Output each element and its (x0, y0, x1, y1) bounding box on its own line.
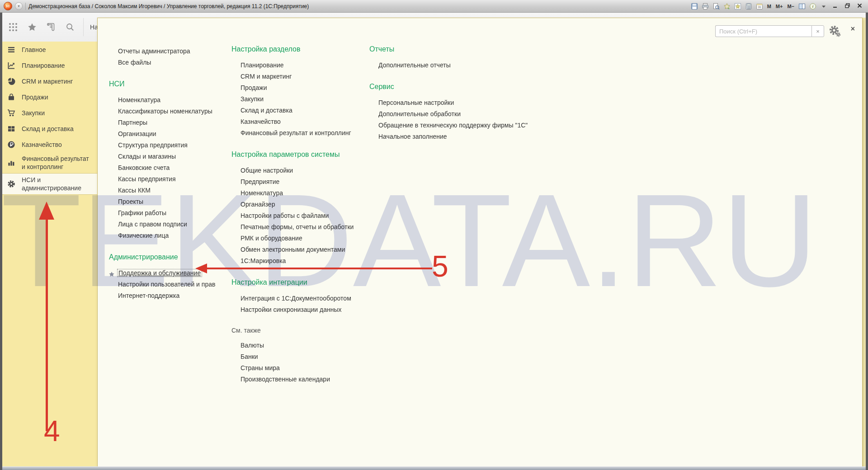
system-menu-caret-icon[interactable]: ▼ (15, 2, 23, 10)
menu-link[interactable]: Валюты (241, 342, 264, 349)
close-button[interactable] (855, 3, 864, 9)
menu-link[interactable]: Закупки (241, 95, 264, 103)
sidebar-item-label: Закупки (22, 109, 48, 117)
search-input[interactable] (715, 25, 811, 37)
favorites-star-icon[interactable] (26, 21, 38, 33)
menu-link[interactable]: Склады и магазины (118, 153, 176, 160)
menu-link[interactable]: Планирование (241, 61, 284, 69)
sidebar-item-cart[interactable]: Закупки (0, 105, 97, 121)
m-icon[interactable]: M (766, 4, 772, 9)
save-icon[interactable] (690, 2, 698, 10)
sidebar-item-boxes[interactable]: Склад и доставка (0, 121, 97, 136)
sidebar-item-gear[interactable]: НСИ и администрирование (0, 173, 97, 195)
menu-link[interactable]: Органайзер (241, 201, 275, 208)
1c-app-icon[interactable]: 1С (4, 2, 12, 10)
menu-group-header: Настройка параметров системы (231, 150, 367, 160)
menu-item: Планирование (231, 60, 367, 71)
menu-settings-gear-icon[interactable] (829, 25, 841, 38)
info-icon[interactable]: i (809, 2, 817, 10)
menu-group: НСИНоменклатураКлассификаторы номенклату… (109, 79, 226, 241)
dropdown-caret-icon[interactable] (820, 2, 828, 10)
arrow-4-head (39, 202, 54, 220)
calendar-icon[interactable]: 31 (755, 2, 764, 10)
calculator-icon[interactable] (745, 2, 753, 10)
menu-link[interactable]: Структура предприятия (118, 141, 188, 149)
sidebar-item-ruble[interactable]: Казначейство (0, 136, 97, 152)
menu-link[interactable]: Интеграция с 1С:Документооборотом (241, 295, 351, 302)
menu-link[interactable]: Графики работы (118, 209, 166, 216)
menu-link[interactable]: Печатные формы, отчеты и обработки (241, 223, 354, 230)
sidebar-item-planning[interactable]: Планирование (0, 57, 97, 73)
menu-link[interactable]: Организации (118, 130, 156, 137)
menu-link[interactable]: Склад и доставка (241, 107, 292, 114)
menu-link[interactable]: Персональные настройки (378, 99, 454, 106)
search-icon[interactable] (64, 21, 76, 33)
menu-link[interactable]: Кассы предприятия (118, 175, 176, 183)
menu-link[interactable]: Настройки работы с файлами (241, 212, 329, 219)
menu-link[interactable]: Поддержка и обслуживание (117, 269, 202, 277)
print-icon[interactable] (701, 2, 709, 10)
menu-link[interactable]: Дополнительные отчеты (378, 61, 451, 69)
menu-item: Интернет-поддержка (109, 290, 226, 301)
print-preview-icon[interactable] (712, 2, 720, 10)
menu-group: Настройка интеграцииИнтеграция с 1С:Доку… (231, 277, 367, 315)
menu-column-1: Отчеты администратораВсе файлыНСИНоменкл… (109, 46, 226, 301)
menu-group: Настройка разделовПланированиеCRM и марк… (231, 44, 367, 139)
menu-link[interactable]: РМК и оборудование (241, 235, 302, 242)
m-minus-icon[interactable]: M− (786, 4, 795, 9)
menu-link[interactable]: Все файлы (118, 59, 151, 66)
apps-menu-icon[interactable] (7, 21, 19, 33)
menu-link[interactable]: Начальное заполнение (378, 133, 447, 140)
menu-link[interactable]: Проекты (118, 198, 143, 205)
menu-link[interactable]: Финансовый результат и контроллинг (241, 129, 351, 136)
sidebar-item-bag[interactable]: Продажи (0, 89, 97, 105)
menu-item: Классификаторы номенклатуры (109, 106, 226, 117)
sidebar-item-label: Продажи (22, 93, 52, 101)
section-menu-panel: × × Отчеты администратораВсе файлыНСИНом… (97, 18, 863, 467)
menu-item: Настройки пользователей и прав (109, 279, 226, 290)
menu-link[interactable]: Обмен электронными документами (241, 246, 345, 253)
menu-link[interactable]: CRM и маркетинг (241, 73, 292, 80)
menu-item: Графики работы (109, 207, 226, 219)
menu-link[interactable]: Номенклатура (241, 189, 283, 197)
minimize-button[interactable] (830, 3, 840, 9)
favorites-icon[interactable] (734, 2, 742, 10)
menu-link[interactable]: Интернет-поддержка (118, 292, 179, 299)
menu-link[interactable]: Настройки синхронизации данных (241, 306, 341, 313)
menu-group-header: НСИ (109, 79, 226, 89)
menu-link[interactable]: Настройки пользователей и прав (118, 281, 215, 288)
divider (25, 3, 26, 10)
menu-link[interactable]: Номенклатура (118, 96, 160, 103)
menu-link[interactable]: Физические лица (118, 232, 169, 239)
menu-link[interactable]: Классификаторы номенклатуры (118, 108, 212, 115)
menu-link[interactable]: Общие настройки (241, 167, 293, 174)
panel-close-icon[interactable]: × (851, 25, 855, 33)
split-window-icon[interactable] (798, 2, 806, 10)
menu-link[interactable]: Продажи (241, 84, 267, 91)
menu-link[interactable]: Кассы ККМ (118, 187, 151, 194)
sidebar-item-bars[interactable]: Финансовый результат и контроллинг (0, 152, 97, 173)
sidebar-item-menu[interactable]: Главное (0, 42, 97, 57)
menu-link[interactable]: Банковские счета (118, 164, 170, 171)
menu-link[interactable]: Предприятие (241, 178, 279, 185)
menu-link[interactable]: Банки (241, 353, 258, 360)
menu-link[interactable]: 1С:Маркировка (241, 257, 286, 264)
m-plus-icon[interactable]: M+ (775, 4, 784, 9)
menu-link[interactable]: Дополнительные обработки (378, 110, 461, 118)
menu-group-header: Администрирование (109, 252, 226, 262)
menu-link[interactable]: Обращение в техническую поддержку фирмы … (378, 122, 528, 129)
restore-button[interactable] (843, 3, 852, 9)
menu-link[interactable]: Отчеты администратора (118, 47, 190, 55)
search-clear-button[interactable]: × (811, 25, 824, 37)
sidebar-item-pie[interactable]: CRM и маркетинг (0, 73, 97, 89)
menu-item: Персональные настройки (369, 97, 568, 108)
menu-link[interactable]: Производственные календари (241, 376, 330, 383)
add-to-favorites-icon[interactable] (723, 2, 731, 10)
menu-link[interactable]: Казначейство (241, 118, 281, 125)
menu-link[interactable]: Страны мира (241, 364, 280, 371)
bars-icon (7, 159, 16, 167)
menu-link[interactable]: Лица с правом подписи (118, 221, 187, 228)
favorite-star-icon[interactable] (108, 270, 115, 276)
menu-link[interactable]: Партнеры (118, 119, 147, 126)
history-icon[interactable] (45, 21, 57, 33)
